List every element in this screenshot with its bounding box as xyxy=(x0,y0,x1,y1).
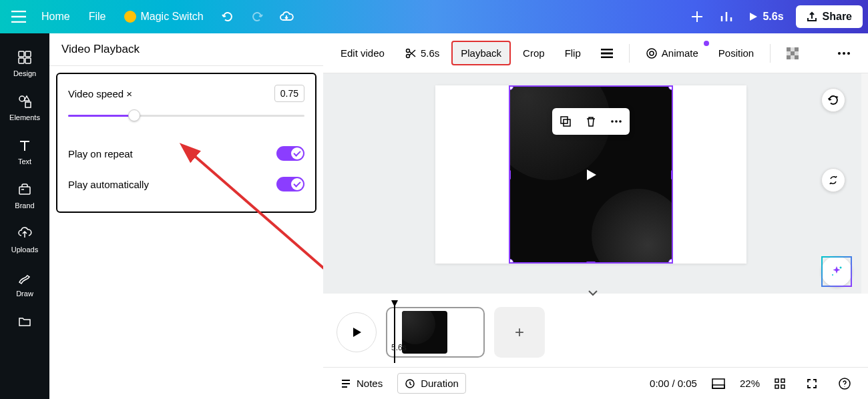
sidebar-item-uploads[interactable]: Uploads xyxy=(0,218,49,262)
speed-input[interactable]: 0.75 xyxy=(274,85,304,102)
resize-handle[interactable] xyxy=(509,259,513,264)
notes-icon xyxy=(341,378,351,389)
element-more-button[interactable] xyxy=(608,113,624,129)
timeline-play-button[interactable] xyxy=(337,312,377,352)
help-button[interactable] xyxy=(832,374,857,394)
cloud-save-icon[interactable] xyxy=(272,3,301,30)
magic-switch-icon xyxy=(124,11,136,23)
add-page-button[interactable]: + xyxy=(494,307,545,358)
speed-slider[interactable] xyxy=(68,109,304,122)
text-icon xyxy=(17,137,33,153)
svg-point-24 xyxy=(615,120,618,123)
position-button[interactable]: Position xyxy=(710,42,762,64)
view-pages-button[interactable] xyxy=(705,374,732,393)
svg-rect-33 xyxy=(775,385,779,388)
svg-point-19 xyxy=(843,52,845,55)
resize-handle[interactable] xyxy=(668,259,673,264)
crop-button[interactable]: Crop xyxy=(515,42,553,64)
svg-rect-1 xyxy=(25,51,31,57)
svg-rect-5 xyxy=(25,102,31,107)
analytics-button[interactable] xyxy=(712,3,741,30)
zoom-display[interactable]: 22% xyxy=(740,378,760,389)
clip-duration: 5.6s xyxy=(391,343,407,352)
scissors-icon xyxy=(405,47,417,59)
time-display: 0:00 / 0:05 xyxy=(650,378,697,389)
svg-rect-34 xyxy=(781,385,785,388)
timeline-clip[interactable]: 5.6s xyxy=(386,307,485,358)
share-button[interactable]: Share xyxy=(796,5,863,28)
speed-label: Video speed × xyxy=(68,88,132,99)
animate-indicator-dot xyxy=(704,41,709,46)
redo-button[interactable] xyxy=(242,3,272,30)
playback-button[interactable]: Playback xyxy=(451,41,511,65)
magic-switch-label: Magic Switch xyxy=(140,11,203,23)
playhead[interactable] xyxy=(394,303,395,363)
repeat-toggle[interactable] xyxy=(276,146,304,161)
transparency-icon xyxy=(787,47,799,59)
duplicate-button[interactable] xyxy=(558,113,574,129)
canvas-area[interactable] xyxy=(323,73,861,294)
video-element[interactable] xyxy=(509,85,673,264)
sidebar-item-text[interactable]: Text xyxy=(0,129,49,173)
magic-switch-button[interactable]: Magic Switch xyxy=(115,5,212,28)
vertical-scrollbar[interactable] xyxy=(861,73,868,294)
transparency-button[interactable] xyxy=(779,42,807,65)
page[interactable] xyxy=(435,85,746,264)
animate-label: Animate xyxy=(662,47,698,59)
resize-handle[interactable] xyxy=(586,262,596,264)
sidebar-item-projects[interactable] xyxy=(0,306,49,338)
more-button[interactable] xyxy=(829,46,859,61)
home-button[interactable]: Home xyxy=(32,5,79,28)
animate-icon xyxy=(646,47,658,59)
file-button[interactable]: File xyxy=(79,5,116,28)
clip-thumb xyxy=(402,311,447,354)
panel-title: Video Playback xyxy=(49,33,323,66)
add-button[interactable] xyxy=(682,3,712,30)
animate-button[interactable]: Animate xyxy=(638,42,706,65)
resize-handle[interactable] xyxy=(668,85,673,90)
repeat-label: Play on repeat xyxy=(68,148,133,159)
sidebar-item-elements[interactable]: Elements xyxy=(0,85,49,129)
trim-button[interactable]: 5.6s xyxy=(397,42,447,65)
resize-handle[interactable] xyxy=(509,169,511,180)
sidebar-item-label: Text xyxy=(18,157,31,165)
flip-button[interactable]: Flip xyxy=(557,42,589,64)
svg-point-20 xyxy=(847,52,850,55)
svg-rect-30 xyxy=(712,385,724,388)
svg-point-23 xyxy=(611,120,614,123)
svg-rect-16 xyxy=(787,55,791,59)
collapse-timeline-button[interactable] xyxy=(588,290,598,296)
top-header: Home File Magic Switch 5.6s Share xyxy=(0,0,868,33)
auto-toggle[interactable] xyxy=(276,177,304,191)
svg-point-10 xyxy=(647,49,656,58)
svg-rect-3 xyxy=(25,58,31,63)
regenerate-button[interactable] xyxy=(821,88,845,112)
sidebar-item-label: Brand xyxy=(15,202,34,210)
sidebar-item-design[interactable]: Design xyxy=(0,41,49,85)
fullscreen-button[interactable] xyxy=(800,374,824,393)
edit-video-button[interactable]: Edit video xyxy=(333,42,393,64)
video-play-icon[interactable] xyxy=(584,167,598,182)
svg-rect-21 xyxy=(561,117,568,123)
svg-rect-6 xyxy=(19,187,30,194)
svg-point-26 xyxy=(840,267,842,269)
align-button[interactable] xyxy=(593,43,621,63)
uploads-icon xyxy=(17,226,33,242)
sidebar-item-label: Draw xyxy=(16,290,33,298)
resize-handle[interactable] xyxy=(671,169,673,180)
svg-rect-13 xyxy=(787,47,791,51)
sync-button[interactable] xyxy=(821,168,845,192)
menu-button[interactable] xyxy=(5,3,32,30)
elements-icon xyxy=(17,93,33,109)
sidebar-item-draw[interactable]: Draw xyxy=(0,262,49,306)
grid-view-button[interactable] xyxy=(768,374,792,393)
align-icon xyxy=(601,49,613,58)
duration-button[interactable]: Duration xyxy=(397,373,466,394)
ai-assist-button[interactable] xyxy=(821,256,852,287)
sidebar-item-brand[interactable]: Brand xyxy=(0,173,49,218)
undo-button[interactable] xyxy=(213,3,242,30)
delete-button[interactable] xyxy=(583,113,599,129)
present-button[interactable]: 5.6s xyxy=(741,5,790,28)
auto-label: Play automatically xyxy=(68,179,149,190)
notes-button[interactable]: Notes xyxy=(334,374,389,393)
